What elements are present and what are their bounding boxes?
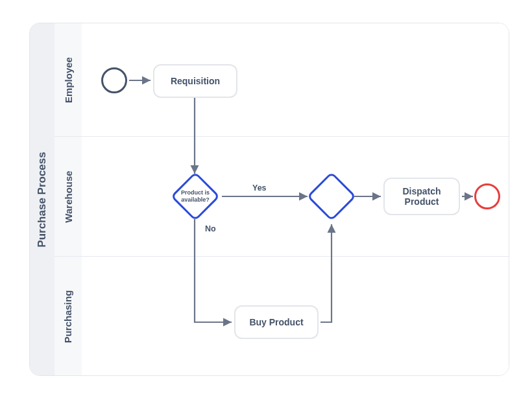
task-buy-label: Buy Product: [249, 317, 303, 327]
lane-purchasing: Purchasing Buy Product: [54, 257, 509, 376]
pool-purchase-process: Purchase Process Employee Requisition Wa…: [29, 23, 509, 376]
lane-employee-content: Requisition: [82, 23, 509, 136]
end-event: [474, 183, 500, 209]
lane-warehouse-content: Product is available? Dispatch Product Y…: [82, 137, 509, 256]
lane-employee-title: Employee: [63, 57, 74, 103]
start-event: [101, 67, 127, 93]
task-requisition: Requisition: [153, 64, 237, 98]
lane-employee-header: Employee: [54, 23, 82, 136]
lanes-area: Employee Requisition Warehouse Product i…: [54, 23, 509, 375]
edge-label-no: No: [205, 224, 216, 233]
gateway-merge-label: [316, 181, 347, 212]
gateway-product-available: Product is available?: [171, 172, 220, 221]
edge-label-yes: Yes: [252, 183, 267, 193]
gateway-product-available-label: Product is available?: [180, 181, 211, 212]
lane-employee: Employee Requisition: [54, 23, 509, 137]
lane-purchasing-content: Buy Product: [82, 257, 509, 376]
pool-title-bar: Purchase Process: [30, 23, 54, 375]
pool-title: Purchase Process: [36, 152, 49, 247]
task-dispatch-label: Dispatch Product: [391, 186, 452, 207]
lane-purchasing-header: Purchasing: [54, 257, 82, 376]
gateway-merge: [307, 172, 356, 221]
lane-warehouse-title: Warehouse: [63, 170, 74, 222]
lane-warehouse-header: Warehouse: [54, 137, 82, 256]
task-buy-product: Buy Product: [234, 305, 319, 339]
lane-warehouse: Warehouse Product is available? Dispatch…: [54, 137, 509, 257]
task-requisition-label: Requisition: [171, 76, 220, 86]
lane-purchasing-title: Purchasing: [63, 290, 74, 344]
task-dispatch-product: Dispatch Product: [383, 178, 460, 215]
